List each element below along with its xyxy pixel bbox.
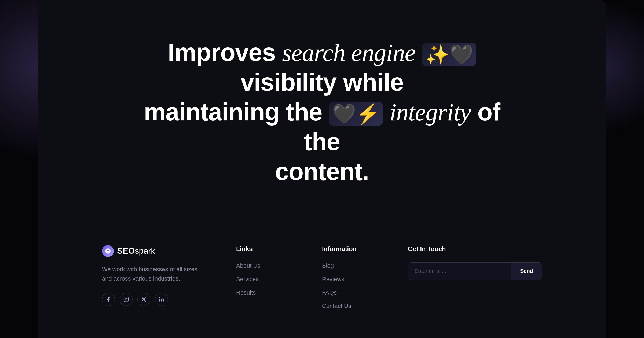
reviews-link[interactable]: Reviews bbox=[322, 276, 344, 282]
footer-description: We work with businesses of all sizes and… bbox=[102, 264, 204, 283]
get-in-touch-title: Get In Touch bbox=[408, 245, 542, 253]
footer-bottom: © 2024 SEOspark Ltd · All rights reserve… bbox=[102, 331, 542, 338]
hero-content: Improves search engine ✨🖤 visibility whi… bbox=[134, 38, 510, 186]
svg-point-3 bbox=[127, 298, 128, 299]
footer: SEOspark We work with businesses of all … bbox=[38, 218, 606, 338]
links-list: About Us Services Results bbox=[236, 262, 295, 296]
social-links bbox=[102, 293, 204, 306]
linkedin-icon[interactable] bbox=[155, 293, 168, 306]
list-item: FAQs bbox=[322, 289, 381, 296]
list-item: Reviews bbox=[322, 276, 381, 283]
contact-us-link[interactable]: Contact Us bbox=[322, 303, 351, 309]
svg-rect-1 bbox=[124, 297, 129, 302]
logo-text: SEOspark bbox=[117, 246, 155, 256]
footer-main: SEOspark We work with businesses of all … bbox=[102, 245, 542, 310]
email-form: Send bbox=[408, 262, 542, 280]
list-item: About Us bbox=[236, 262, 295, 269]
footer-columns: Links About Us Services Results Informat… bbox=[236, 245, 542, 310]
footer-logo: SEOspark bbox=[102, 245, 204, 257]
hero-headline: Improves search engine ✨🖤 visibility whi… bbox=[134, 38, 510, 186]
hero-line2: maintaining the 🖤⚡ integrity of the bbox=[144, 98, 500, 155]
services-link[interactable]: Services bbox=[236, 276, 259, 282]
information-list: Blog Reviews FAQs Contact Us bbox=[322, 262, 381, 310]
x-twitter-icon[interactable] bbox=[137, 293, 150, 306]
footer-links-column: Links About Us Services Results bbox=[236, 245, 295, 310]
about-us-link[interactable]: About Us bbox=[236, 262, 261, 269]
list-item: Services bbox=[236, 276, 295, 283]
send-button[interactable]: Send bbox=[511, 263, 542, 280]
hero-line3: content. bbox=[275, 158, 369, 185]
svg-point-0 bbox=[105, 248, 111, 254]
emoji-badge-2: 🖤⚡ bbox=[329, 102, 383, 126]
links-column-title: Links bbox=[236, 245, 295, 253]
email-input[interactable] bbox=[408, 263, 511, 280]
instagram-icon[interactable] bbox=[120, 293, 133, 306]
list-item: Contact Us bbox=[322, 303, 381, 310]
svg-point-2 bbox=[125, 299, 127, 300]
emoji-badge-1: ✨🖤 bbox=[422, 43, 476, 66]
hero-line1: Improves search engine ✨🖤 visibility whi… bbox=[168, 39, 476, 96]
facebook-icon[interactable] bbox=[102, 293, 115, 306]
hero-section: Improves search engine ✨🖤 visibility whi… bbox=[38, 16, 606, 218]
svg-point-4 bbox=[159, 297, 160, 298]
blog-link[interactable]: Blog bbox=[322, 262, 334, 269]
list-item: Blog bbox=[322, 262, 381, 269]
footer-information-column: Information Blog Reviews FAQs Contact Us bbox=[322, 245, 381, 310]
logo-icon bbox=[102, 245, 114, 257]
information-column-title: Information bbox=[322, 245, 381, 253]
list-item: Results bbox=[236, 289, 295, 296]
faqs-link[interactable]: FAQs bbox=[322, 289, 337, 296]
footer-get-in-touch-column: Get In Touch Send bbox=[408, 245, 542, 310]
footer-brand: SEOspark We work with businesses of all … bbox=[102, 245, 204, 306]
results-link[interactable]: Results bbox=[236, 289, 256, 296]
